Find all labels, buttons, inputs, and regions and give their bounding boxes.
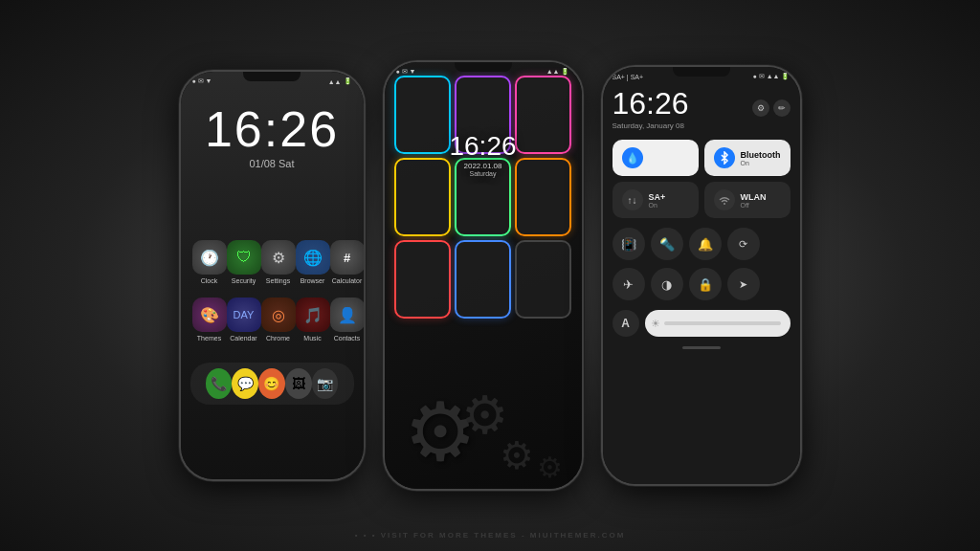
flashlight-btn[interactable]: 🔦 xyxy=(651,228,683,260)
dock-messages[interactable]: 💬 xyxy=(232,368,258,399)
gear-tiny-icon: ⚙ xyxy=(537,451,563,484)
dock-contacts[interactable]: 😊 xyxy=(258,368,285,399)
app-contacts[interactable]: 👤 Contacts xyxy=(330,298,364,342)
vol-down-btn-2[interactable] xyxy=(582,165,584,187)
quick-tile-bluetooth[interactable]: Bluetooth On xyxy=(704,140,791,176)
status-icons-2: ▲▲ 🔋 xyxy=(546,68,570,76)
control-center-screen: SA+ | SA+ ● ✉ ▲▲ 🔋 16:26 Saturday, Janua… xyxy=(603,67,800,484)
tile-4 xyxy=(394,158,451,236)
bt-icon-cc: ● ✉ xyxy=(753,73,765,80)
settings-label: Settings xyxy=(266,277,290,284)
signal-2: ▲▲ 🔋 xyxy=(546,68,570,76)
app-row-1: 🕐 Clock 🛡 Security ⚙ Settings 🌐 Browser xyxy=(192,240,352,284)
cc-edit-icon[interactable]: ✏ xyxy=(773,99,791,117)
app-security[interactable]: 🛡 Security xyxy=(227,240,261,284)
status-left: ● ✉ ▼ xyxy=(192,77,212,85)
browser-label: Browser xyxy=(301,277,325,284)
bluetooth-tile-text: Bluetooth On xyxy=(741,150,781,166)
cc-time-row: 16:26 Saturday, January 08 ⚙ ✏ xyxy=(603,82,800,134)
dock: 📞 💬 😊 🖼 📷 xyxy=(190,363,354,405)
calendar-icon: DAY xyxy=(227,298,261,332)
lock-date: 01/08 Sat xyxy=(181,158,364,169)
app-music[interactable]: 🎵 Music xyxy=(296,298,330,342)
icon-grid-2: ✈ ◑ 🔒 ➤ xyxy=(603,264,800,304)
vibrate-btn[interactable]: 📳 xyxy=(612,228,645,260)
tile-1 xyxy=(394,76,451,154)
signal-tile-text: SA+ On xyxy=(649,192,666,209)
security-icon: 🛡 xyxy=(227,240,261,275)
calendar-label: Calendar xyxy=(230,335,256,342)
carrier-label: SA+ | SA+ xyxy=(612,74,644,80)
wlan-subtitle: Off xyxy=(741,202,767,209)
portrait-btn[interactable]: ⟳ xyxy=(727,228,760,260)
empty-slot xyxy=(766,228,798,260)
signal-title: SA+ xyxy=(649,192,666,202)
bt-icon: ● ✉ ▼ xyxy=(396,68,416,76)
wifi-icon xyxy=(714,189,735,210)
font-label: A xyxy=(621,317,630,330)
app-themes[interactable]: 🎨 Themes xyxy=(192,298,227,342)
cc-status-bar: SA+ | SA+ ● ✉ ▲▲ 🔋 xyxy=(603,67,800,82)
vol-up-btn-2[interactable] xyxy=(582,139,584,160)
dock-phone[interactable]: 📞 xyxy=(206,368,233,399)
bottom-controls: A ☀ xyxy=(603,304,800,342)
vol-down-button[interactable] xyxy=(364,175,366,196)
phone-lockscreen: ● ✉ ▼ ▲▲ 🔋 16:26 01/08 Sat 🕐 Clock 🛡 Sec… xyxy=(179,70,366,481)
gear-small-icon: ⚙ xyxy=(500,433,534,477)
app-chrome[interactable]: ◎ Chrome xyxy=(261,298,296,342)
settings-icon: ⚙ xyxy=(261,240,296,275)
wlan-title: WLAN xyxy=(741,192,767,202)
signal-subtitle: On xyxy=(649,202,666,209)
app-row-2: 🎨 Themes DAY Calendar ◎ Chrome 🎵 Music xyxy=(192,298,352,342)
quick-tiles-grid: 💧 Bluetooth On ↑↓ SA+ xyxy=(603,134,800,224)
cc-settings-icon[interactable]: ⚙ xyxy=(752,99,769,117)
gears-layer: ⚙ ⚙ ⚙ ⚙ xyxy=(385,267,582,489)
app-settings[interactable]: ⚙ Settings xyxy=(261,240,296,284)
wallpaper-screen: ● ✉ ▼ ▲▲ 🔋 16:26 2022.01.08 xyxy=(385,62,582,489)
cc-status-icons: ● ✉ ▲▲ 🔋 xyxy=(753,73,791,80)
contacts-icon: 👤 xyxy=(330,298,364,332)
wallpaper-clock: 16:26 2022.01.08 Saturday xyxy=(449,131,516,177)
app-browser[interactable]: 🌐 Browser xyxy=(296,240,330,284)
status-bar-1: ● ✉ ▼ ▲▲ 🔋 xyxy=(181,72,364,87)
bluetooth-title: Bluetooth xyxy=(741,150,781,160)
app-calculator[interactable]: # Calculator xyxy=(330,240,364,284)
calculator-label: Calculator xyxy=(332,277,363,284)
battery-icon: 🔋 xyxy=(344,77,352,85)
app-grid: 🕐 Clock 🛡 Security ⚙ Settings 🌐 Browser xyxy=(181,227,364,355)
clock-label: Clock xyxy=(201,277,218,284)
browser-icon: 🌐 xyxy=(296,240,330,275)
app-clock[interactable]: 🕐 Clock xyxy=(192,240,227,284)
calculator-icon: # xyxy=(330,240,364,275)
location-btn[interactable]: ➤ xyxy=(727,268,760,300)
empty-slot-2 xyxy=(766,268,798,300)
bottom-indicator xyxy=(682,346,721,349)
lockscreen-screen: ● ✉ ▼ ▲▲ 🔋 16:26 01/08 Sat 🕐 Clock 🛡 Sec… xyxy=(181,72,364,479)
wallpaper-time: 16:26 xyxy=(449,131,516,162)
bell-btn[interactable]: 🔔 xyxy=(689,228,722,260)
quick-tile-wlan[interactable]: WLAN Off xyxy=(704,182,791,218)
vol-up-button[interactable] xyxy=(364,148,366,169)
quick-tile-water[interactable]: 💧 xyxy=(612,140,699,176)
brightness-slider[interactable]: ☀ xyxy=(645,310,791,337)
app-calendar[interactable]: DAY Calendar xyxy=(227,298,261,342)
font-btn[interactable]: A xyxy=(612,310,639,337)
phone-control-center: SA+ | SA+ ● ✉ ▲▲ 🔋 16:26 Saturday, Janua… xyxy=(601,65,802,486)
wallpaper-date1: 2022.01.08 xyxy=(449,162,516,170)
signal-tile-icon: ↑↓ xyxy=(622,189,643,210)
dock-gallery[interactable]: 🖼 xyxy=(285,368,312,399)
brightness-icon: ☀ xyxy=(651,318,660,330)
themes-label: Themes xyxy=(197,335,221,342)
cc-action-icons: ⚙ ✏ xyxy=(752,99,791,117)
themes-icon: 🎨 xyxy=(192,298,227,332)
tile-6 xyxy=(515,158,571,236)
quick-tile-signal[interactable]: ↑↓ SA+ On xyxy=(612,182,699,218)
dock-camera[interactable]: 📷 xyxy=(312,368,339,399)
brightness-btn[interactable]: ◑ xyxy=(651,268,683,300)
lock-btn[interactable]: 🔒 xyxy=(689,268,722,300)
signal-icon-cc: ▲▲ 🔋 xyxy=(767,73,791,80)
music-label: Music xyxy=(303,335,321,342)
water-icon: 💧 xyxy=(622,147,643,168)
vol-up-btn-3[interactable] xyxy=(800,143,802,165)
airplane-btn[interactable]: ✈ xyxy=(612,268,645,300)
